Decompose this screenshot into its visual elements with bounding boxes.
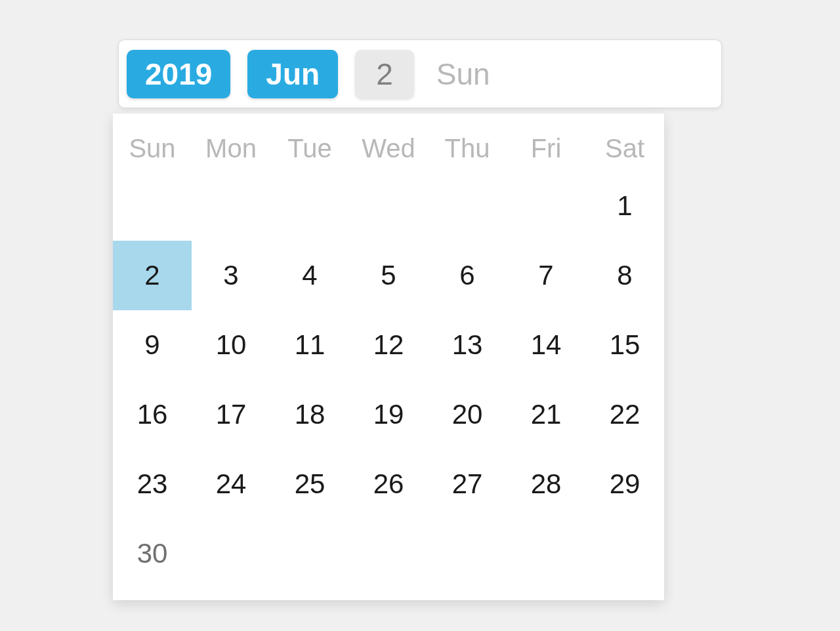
calendar-day-cell[interactable]: 30: [113, 519, 192, 588]
weekday-text: Sun: [436, 56, 490, 92]
weekday-header: Thu: [428, 125, 507, 171]
calendar-day-cell[interactable]: 24: [192, 449, 270, 519]
calendar-day-cell[interactable]: 29: [585, 449, 664, 519]
calendar-day-cell[interactable]: 28: [507, 449, 585, 519]
calendar-blank-cell: [507, 171, 585, 241]
calendar-blank-cell: [113, 171, 192, 241]
calendar-blank-cell: [192, 171, 270, 241]
calendar-day-cell[interactable]: 20: [428, 380, 507, 449]
calendar-blank-cell: [349, 171, 428, 241]
calendar-day-cell[interactable]: 14: [507, 310, 585, 380]
calendar-day-cell[interactable]: 9: [113, 310, 192, 380]
calendar-blank-cell: [428, 171, 507, 241]
calendar-day-cell[interactable]: 27: [428, 449, 507, 519]
calendar-day-cell[interactable]: 8: [585, 241, 664, 310]
calendar-day-cell[interactable]: 26: [349, 449, 428, 519]
calendar-day-cell[interactable]: 19: [349, 380, 428, 449]
calendar-day-cell[interactable]: 2: [113, 241, 192, 310]
weekday-header: Mon: [192, 125, 270, 171]
weekday-header: Sun: [113, 125, 192, 171]
calendar-day-cell[interactable]: 21: [507, 380, 585, 449]
calendar-day-cell[interactable]: 22: [585, 380, 664, 449]
weekday-header: Fri: [507, 125, 585, 171]
calendar-blank-cell: [270, 171, 349, 241]
calendar-day-cell[interactable]: 1: [585, 171, 664, 241]
calendar-day-cell[interactable]: 11: [270, 310, 349, 380]
weekday-header: Sat: [585, 125, 664, 171]
calendar-grid: SunMonTueWedThuFriSat1234567891011121314…: [113, 125, 664, 588]
calendar-day-cell[interactable]: 10: [192, 310, 270, 380]
calendar-day-cell[interactable]: 16: [113, 380, 192, 449]
day-button[interactable]: 2: [355, 50, 414, 98]
year-label: 2019: [145, 56, 212, 92]
calendar-day-cell[interactable]: 25: [270, 449, 349, 519]
calendar-day-cell[interactable]: 18: [270, 380, 349, 449]
weekday-header: Tue: [270, 125, 349, 171]
calendar-day-cell[interactable]: 7: [507, 241, 585, 310]
year-button[interactable]: 2019: [127, 50, 230, 98]
calendar-day-cell[interactable]: 12: [349, 310, 428, 380]
weekday-header: Wed: [349, 125, 428, 171]
day-label: 2: [376, 56, 393, 92]
calendar-day-cell[interactable]: 15: [585, 310, 664, 380]
calendar-day-cell[interactable]: 6: [428, 241, 507, 310]
calendar-day-cell[interactable]: 4: [270, 241, 349, 310]
calendar-day-cell[interactable]: 5: [349, 241, 428, 310]
month-button[interactable]: Jun: [247, 50, 338, 98]
calendar-popup: SunMonTueWedThuFriSat1234567891011121314…: [113, 113, 664, 600]
date-input-bar[interactable]: 2019 Jun 2 Sun: [118, 39, 722, 108]
month-label: Jun: [266, 56, 320, 92]
calendar-day-cell[interactable]: 3: [192, 241, 270, 310]
calendar-day-cell[interactable]: 17: [192, 380, 270, 449]
calendar-day-cell[interactable]: 13: [428, 310, 507, 380]
calendar-day-cell[interactable]: 23: [113, 449, 192, 519]
